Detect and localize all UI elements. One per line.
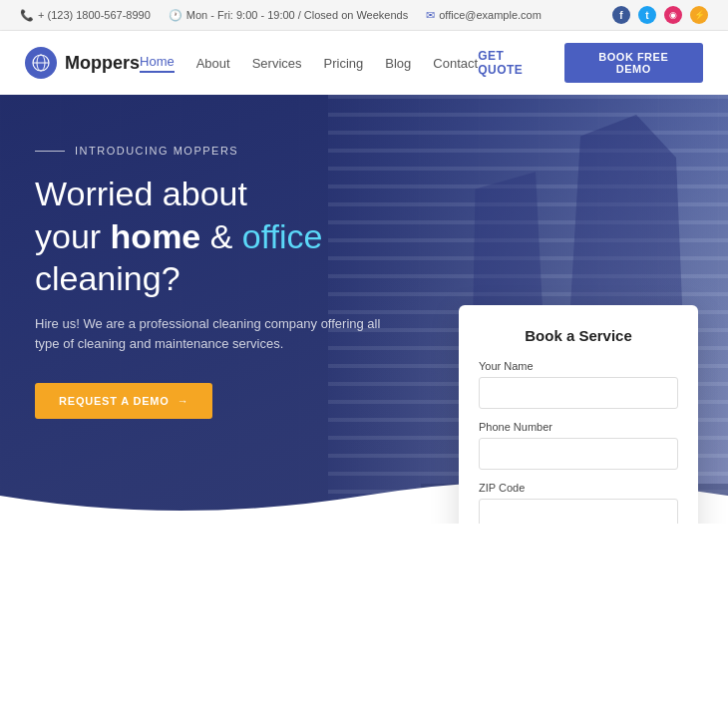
- phone-number: + (123) 1800-567-8990: [38, 9, 151, 21]
- topbar: 📞 + (123) 1800-567-8990 🕐 Mon - Fri: 9:0…: [0, 0, 728, 31]
- name-field-group: Your Name: [479, 360, 678, 409]
- nav-about[interactable]: About: [196, 56, 230, 71]
- email-address: office@example.com: [439, 9, 542, 21]
- phone-input[interactable]: [479, 438, 678, 470]
- flash-icon[interactable]: ⚡: [690, 6, 708, 24]
- book-demo-button[interactable]: BOOK FREE DEMO: [564, 43, 703, 83]
- nav-contact[interactable]: Contact: [433, 56, 478, 71]
- book-service-form: Book a Service Your Name Phone Number ZI…: [459, 305, 698, 524]
- nav-services[interactable]: Services: [252, 56, 302, 71]
- phone-field-group: Phone Number: [479, 421, 678, 470]
- hero-content: INTRODUCING MOPPERS Worried about your h…: [0, 95, 419, 449]
- zip-field-group: ZIP Code: [479, 482, 678, 524]
- request-demo-label: REQUEST A DEMO: [59, 395, 170, 407]
- hero-title-line1: Worried about: [35, 175, 247, 212]
- nav-blog[interactable]: Blog: [385, 56, 411, 71]
- hero-intro: INTRODUCING MOPPERS: [35, 145, 389, 157]
- logo-text: Moppers: [65, 53, 140, 74]
- get-quote-button[interactable]: GET QUOTE: [478, 49, 551, 77]
- twitter-icon[interactable]: t: [638, 6, 656, 24]
- hero-title-amp: &: [200, 217, 242, 255]
- instagram-icon[interactable]: ◉: [664, 6, 682, 24]
- logo: Moppers: [25, 47, 140, 79]
- arrow-icon: →: [178, 395, 189, 407]
- hero-section: INTRODUCING MOPPERS Worried about your h…: [0, 95, 728, 524]
- request-demo-button[interactable]: REQUEST A DEMO →: [35, 383, 212, 419]
- about-section: ABOUT COMPANY Most awarded cleaning comp…: [0, 524, 728, 728]
- hero-intro-label: INTRODUCING MOPPERS: [75, 145, 238, 157]
- zip-label: ZIP Code: [479, 482, 678, 494]
- hero-title-line3: cleaning?: [35, 259, 181, 297]
- phone-icon: 📞: [20, 9, 34, 22]
- hero-intro-line: [35, 151, 65, 152]
- nav-actions: GET QUOTE BOOK FREE DEMO: [478, 43, 703, 83]
- business-hours: Mon - Fri: 9:00 - 19:00 / Closed on Week…: [186, 9, 408, 21]
- navbar: Moppers Home About Services Pricing Blog…: [0, 31, 728, 95]
- clock-icon: 🕐: [169, 9, 182, 22]
- email-icon: ✉: [426, 9, 435, 22]
- topbar-left: 📞 + (123) 1800-567-8990 🕐 Mon - Fri: 9:0…: [20, 9, 542, 22]
- phone-label: Phone Number: [479, 421, 678, 433]
- social-icons: f t ◉ ⚡: [612, 6, 708, 24]
- book-form-title: Book a Service: [479, 327, 678, 344]
- nav-links: Home About Services Pricing Blog Contact: [140, 54, 478, 73]
- hero-subtitle: Hire us! We are a professional cleaning …: [35, 314, 389, 356]
- name-input[interactable]: [479, 377, 678, 409]
- hero-title-office: office: [242, 217, 323, 255]
- hero-title-line2-prefix: your: [35, 217, 111, 255]
- phone-info: 📞 + (123) 1800-567-8990: [20, 9, 151, 22]
- nav-home[interactable]: Home: [140, 54, 175, 73]
- hero-title: Worried about your home & office cleanin…: [35, 173, 389, 300]
- facebook-icon[interactable]: f: [612, 6, 630, 24]
- email-info: ✉ office@example.com: [426, 9, 542, 22]
- name-label: Your Name: [479, 360, 678, 372]
- social-links: f t ◉ ⚡: [612, 6, 708, 24]
- zip-input[interactable]: [479, 499, 678, 524]
- nav-pricing[interactable]: Pricing: [324, 56, 364, 71]
- logo-icon: [25, 47, 57, 79]
- hours-info: 🕐 Mon - Fri: 9:00 - 19:00 / Closed on We…: [169, 9, 408, 22]
- hero-title-home: home: [111, 217, 201, 255]
